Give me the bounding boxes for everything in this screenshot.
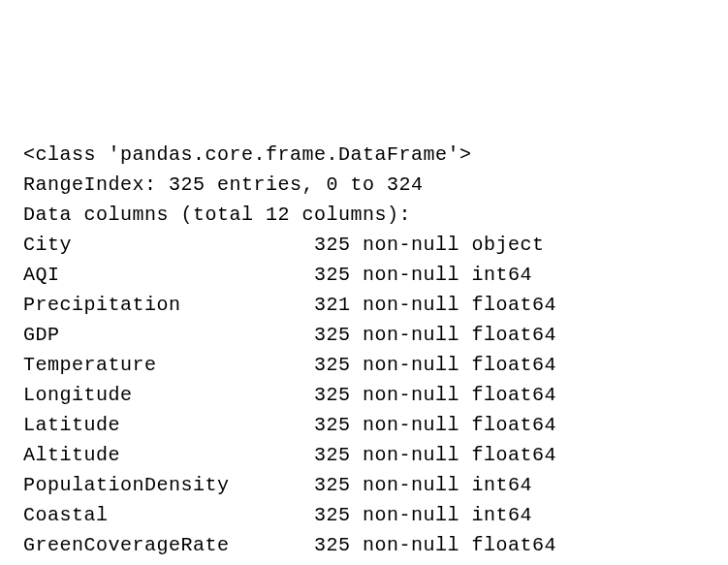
column-info: 325 non-null float64: [314, 350, 556, 380]
column-row: Coastal325 non-null int64: [23, 500, 705, 530]
column-row: AQI325 non-null int64: [23, 260, 705, 290]
column-row: Temperature325 non-null float64: [23, 350, 705, 380]
column-row: Latitude325 non-null float64: [23, 410, 705, 440]
column-row: Altitude325 non-null float64: [23, 440, 705, 470]
column-name: Latitude: [23, 410, 314, 440]
column-info: 325 non-null int64: [314, 500, 532, 530]
dataframe-info-output: <class 'pandas.core.frame.DataFrame'>Ran…: [23, 140, 705, 565]
column-info: 325 non-null float64: [314, 320, 556, 350]
column-row: PopulationDensity325 non-null int64: [23, 470, 705, 500]
column-name: Temperature: [23, 350, 314, 380]
column-row: Precipitation321 non-null float64: [23, 290, 705, 320]
column-name: GreenCoverageRate: [23, 530, 314, 560]
column-info: 325 non-null object: [314, 230, 545, 260]
column-info: 325 non-null float64: [314, 530, 556, 560]
column-name: Longitude: [23, 380, 314, 410]
column-info: 321 non-null float64: [314, 290, 556, 320]
column-info: 325 non-null int64: [314, 470, 532, 500]
class-line: <class 'pandas.core.frame.DataFrame'>: [23, 140, 705, 170]
column-info: 325 non-null float64: [314, 410, 556, 440]
column-name: Altitude: [23, 440, 314, 470]
column-row: GDP325 non-null float64: [23, 320, 705, 350]
column-info: 325 non-null int64: [314, 260, 532, 290]
column-name: Coastal: [23, 500, 314, 530]
column-name: Incineration(10,000ton): [23, 560, 314, 565]
column-info: 325 non-null float64: [314, 380, 556, 410]
column-name: GDP: [23, 320, 314, 350]
rangeindex-line: RangeIndex: 325 entries, 0 to 324: [23, 170, 705, 200]
column-info: 325 non-null float64: [314, 560, 556, 565]
column-name: City: [23, 230, 314, 260]
column-name: AQI: [23, 260, 314, 290]
column-info: 325 non-null float64: [314, 440, 556, 470]
column-row: City325 non-null object: [23, 230, 705, 260]
column-row: Longitude325 non-null float64: [23, 380, 705, 410]
column-row: GreenCoverageRate325 non-null float64: [23, 530, 705, 560]
column-row: Incineration(10,000ton)325 non-null floa…: [23, 560, 705, 565]
column-name: PopulationDensity: [23, 470, 314, 500]
column-name: Precipitation: [23, 290, 314, 320]
datacolumns-line: Data columns (total 12 columns):: [23, 200, 705, 230]
